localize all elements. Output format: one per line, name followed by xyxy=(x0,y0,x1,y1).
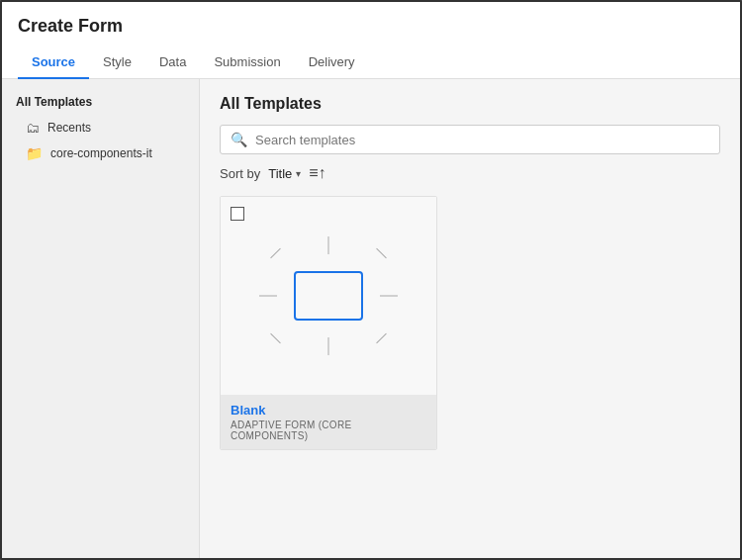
sidebar-item-recents[interactable]: 🗂 Recents xyxy=(2,115,199,140)
template-name: Blank xyxy=(231,403,426,418)
sort-order-icon[interactable]: ≡↑ xyxy=(309,164,325,182)
sort-label: Sort by xyxy=(220,166,260,181)
dash-line-bottom xyxy=(328,337,329,355)
sidebar: All Templates 🗂 Recents 📁 core-component… xyxy=(2,79,200,558)
dash-line-br xyxy=(376,333,387,344)
sort-select[interactable]: Title ▾ xyxy=(268,166,301,181)
sidebar-item-recents-label: Recents xyxy=(47,121,91,135)
template-footer: Blank ADAPTIVE FORM (CORE COMPONENTS) xyxy=(221,395,436,449)
dash-line-tr xyxy=(376,248,387,259)
template-card-blank[interactable]: Blank ADAPTIVE FORM (CORE COMPONENTS) xyxy=(220,196,437,450)
tab-submission[interactable]: Submission xyxy=(200,47,294,79)
recents-icon: 🗂 xyxy=(26,120,40,136)
dash-line-bl xyxy=(270,333,281,344)
tab-data[interactable]: Data xyxy=(145,47,200,79)
tab-delivery[interactable]: Delivery xyxy=(295,47,369,79)
template-checkbox[interactable] xyxy=(231,207,244,221)
search-bar: 🔍 xyxy=(220,125,720,154)
search-input[interactable] xyxy=(255,133,709,147)
title-bar: Create Form Source Style Data Submission… xyxy=(2,2,740,79)
tab-source[interactable]: Source xyxy=(18,47,89,79)
tab-style[interactable]: Style xyxy=(89,47,145,79)
dash-line-tl xyxy=(270,248,281,259)
content-area: All Templates 🔍 Sort by Title ▾ ≡↑ xyxy=(200,79,740,558)
template-preview xyxy=(221,197,436,395)
tab-bar: Source Style Data Submission Delivery xyxy=(18,47,724,78)
template-preview-inner xyxy=(259,236,398,355)
create-form-window: Create Form Source Style Data Submission… xyxy=(0,0,742,560)
main-content: All Templates 🗂 Recents 📁 core-component… xyxy=(2,79,740,558)
template-subtitle: ADAPTIVE FORM (CORE COMPONENTS) xyxy=(231,420,426,441)
dash-line-left xyxy=(259,296,277,297)
content-title: All Templates xyxy=(220,95,720,113)
window-title: Create Form xyxy=(18,16,724,37)
search-icon: 🔍 xyxy=(231,132,247,147)
sidebar-item-core-components[interactable]: 📁 core-components-it xyxy=(2,140,199,166)
sidebar-section-header: All Templates xyxy=(2,89,199,115)
templates-grid: Blank ADAPTIVE FORM (CORE COMPONENTS) xyxy=(220,196,720,450)
chevron-down-icon: ▾ xyxy=(296,168,301,179)
sort-value: Title xyxy=(268,166,292,181)
form-rectangle xyxy=(294,271,363,321)
dash-line-right xyxy=(380,296,398,297)
folder-icon: 📁 xyxy=(26,145,43,161)
dash-line-top xyxy=(328,236,329,254)
sort-bar: Sort by Title ▾ ≡↑ xyxy=(220,164,720,182)
sidebar-item-core-label: core-components-it xyxy=(50,146,152,160)
